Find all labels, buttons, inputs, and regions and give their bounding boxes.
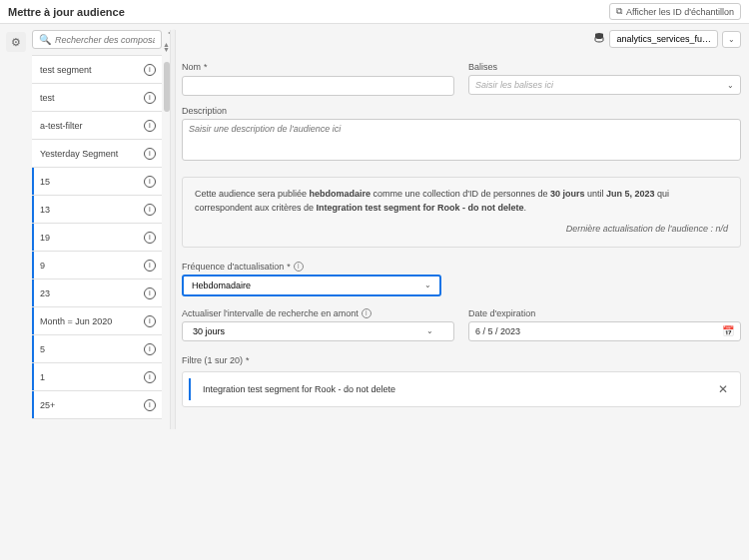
lookback-select[interactable]: 30 jours ⌄ bbox=[182, 321, 454, 341]
search-icon: 🔍 bbox=[39, 34, 51, 45]
list-item[interactable]: 9i bbox=[32, 252, 162, 280]
sidebar: 🔍 ▲▼ test segmenti testi a-test-filteri … bbox=[32, 30, 162, 560]
datasource-row: analytics_services_fu… ⌄ bbox=[182, 30, 741, 48]
list-item[interactable]: Yesterday Segmenti bbox=[32, 140, 162, 168]
datasource-value: analytics_services_fu… bbox=[616, 34, 711, 44]
filter-item-text: Integration test segment for Rook - do n… bbox=[203, 384, 395, 394]
page-title: Mettre à jour audience bbox=[8, 6, 125, 18]
expiry-col: Date d'expiration 6 / 5 / 2023 📅 bbox=[468, 308, 741, 341]
list-item[interactable]: 5i bbox=[32, 335, 162, 363]
required-mark: * bbox=[246, 355, 250, 365]
expiry-value: 6 / 5 / 2023 bbox=[475, 326, 520, 336]
list-item[interactable]: 19i bbox=[32, 224, 162, 252]
list-item-label: test segment bbox=[40, 65, 92, 75]
search-input-wrap[interactable]: 🔍 bbox=[32, 30, 162, 49]
show-sample-ids-label: Afficher les ID d'échantillon bbox=[626, 7, 734, 17]
tags-select[interactable]: Saisir les balises ici ⌄ bbox=[468, 75, 741, 95]
info-icon[interactable]: i bbox=[144, 260, 156, 272]
info-icon[interactable]: i bbox=[362, 308, 372, 318]
info-icon[interactable]: i bbox=[144, 176, 156, 188]
info-icon[interactable]: i bbox=[144, 92, 156, 104]
list-item-label: 9 bbox=[40, 261, 45, 271]
desc-label: Description bbox=[182, 106, 741, 116]
list-item-label: a-test-filter bbox=[40, 121, 83, 131]
show-sample-ids-button[interactable]: ⧉ Afficher les ID d'échantillon bbox=[609, 3, 741, 20]
list-item[interactable]: 23i bbox=[32, 280, 162, 307]
search-input[interactable] bbox=[55, 35, 155, 45]
info-icon[interactable]: i bbox=[144, 232, 156, 244]
info-icon[interactable]: i bbox=[144, 64, 156, 76]
name-tags-row: Nom* Balises Saisir les balises ici ⌄ bbox=[182, 62, 741, 96]
info-icon[interactable]: i bbox=[294, 262, 304, 272]
tags-placeholder: Saisir les balises ici bbox=[475, 80, 553, 90]
filter-card: Integration test segment for Rook - do n… bbox=[182, 371, 741, 407]
list-item-label: Month = Jun 2020 bbox=[40, 316, 112, 326]
list-item-label: 19 bbox=[40, 233, 50, 243]
chevron-down-icon: ⌄ bbox=[424, 280, 431, 289]
segments-list: test segmenti testi a-test-filteri Yeste… bbox=[32, 55, 162, 419]
list-item[interactable]: testi bbox=[32, 84, 162, 112]
tags-label: Balises bbox=[468, 62, 741, 72]
list-item-label: 15 bbox=[40, 177, 50, 187]
name-col: Nom* bbox=[182, 62, 454, 96]
list-item-label: 5 bbox=[40, 344, 45, 354]
lookback-label: Actualiser l'intervalle de recherche en … bbox=[182, 308, 454, 318]
required-mark: * bbox=[204, 62, 208, 72]
lookback-col: Actualiser l'intervalle de recherche en … bbox=[182, 308, 454, 341]
info-icon[interactable]: i bbox=[144, 204, 156, 216]
list-item[interactable]: a-test-filteri bbox=[32, 112, 162, 140]
list-item[interactable]: Month = Jun 2020i bbox=[32, 307, 162, 335]
name-label: Nom* bbox=[182, 62, 454, 72]
close-icon[interactable]: ✕ bbox=[718, 382, 728, 396]
expiry-label: Date d'expiration bbox=[468, 308, 741, 318]
list-item-label: 23 bbox=[40, 288, 50, 298]
expiry-date-input[interactable]: 6 / 5 / 2023 📅 bbox=[468, 321, 741, 341]
tags-col: Balises Saisir les balises ici ⌄ bbox=[468, 62, 741, 96]
description-block: Description bbox=[182, 106, 741, 165]
last-update-text: Dernière actualisation de l'audience : n… bbox=[195, 223, 728, 237]
info-icon[interactable]: i bbox=[144, 148, 156, 160]
frequency-label: Fréquence d'actualisation * i bbox=[182, 262, 741, 272]
topbar: Mettre à jour audience ⧉ Afficher les ID… bbox=[0, 0, 749, 24]
info-icon[interactable]: i bbox=[144, 120, 156, 132]
required-mark: * bbox=[287, 262, 291, 272]
list-item[interactable]: 15i bbox=[32, 168, 162, 196]
list-item[interactable]: 13i bbox=[32, 196, 162, 224]
info-icon[interactable]: i bbox=[144, 315, 156, 327]
frequency-block: Fréquence d'actualisation * i Hebdomadai… bbox=[182, 262, 741, 296]
list-item[interactable]: test segmenti bbox=[32, 56, 162, 84]
lookback-value: 30 jours bbox=[193, 326, 225, 336]
description-input[interactable] bbox=[182, 119, 741, 161]
name-input[interactable] bbox=[182, 76, 454, 96]
list-item-label: Yesterday Segment bbox=[40, 149, 118, 159]
info-icon[interactable]: i bbox=[144, 287, 156, 299]
info-icon[interactable]: i bbox=[144, 343, 156, 355]
list-item-label: 1 bbox=[40, 372, 45, 382]
database-icon bbox=[593, 32, 605, 47]
summary-box: Cette audience sera publiée hebdomadaire… bbox=[182, 177, 741, 248]
chevron-down-icon: ⌄ bbox=[426, 326, 433, 335]
info-icon[interactable]: i bbox=[144, 399, 156, 411]
info-icon[interactable]: i bbox=[144, 371, 156, 383]
datasource-caret-button[interactable]: ⌄ bbox=[722, 31, 741, 48]
lookback-expiry-row: Actualiser l'intervalle de recherche en … bbox=[182, 308, 741, 341]
panel-divider[interactable] bbox=[170, 30, 176, 429]
list-item-label: test bbox=[40, 93, 55, 103]
list-item[interactable]: 25+i bbox=[32, 391, 162, 419]
main-panel: analytics_services_fu… ⌄ Nom* Balises Sa… bbox=[182, 30, 741, 560]
chevron-down-icon: ⌄ bbox=[727, 81, 734, 90]
datasource-select[interactable]: analytics_services_fu… bbox=[609, 30, 718, 48]
filter-label: Filtre (1 sur 20) * bbox=[182, 355, 741, 365]
chevron-down-icon: ⌄ bbox=[728, 35, 735, 44]
list-item-label: 25+ bbox=[40, 400, 55, 410]
list-item[interactable]: 1i bbox=[32, 363, 162, 391]
sort-icon[interactable]: ▲▼ bbox=[163, 42, 170, 52]
frequency-select[interactable]: Hebdomadaire ⌄ bbox=[182, 275, 441, 296]
gear-icon[interactable]: ⚙ bbox=[6, 32, 26, 52]
list-item-label: 13 bbox=[40, 205, 50, 215]
sample-icon: ⧉ bbox=[616, 6, 622, 17]
frequency-value: Hebdomadaire bbox=[192, 280, 251, 290]
calendar-icon[interactable]: 📅 bbox=[722, 325, 734, 336]
